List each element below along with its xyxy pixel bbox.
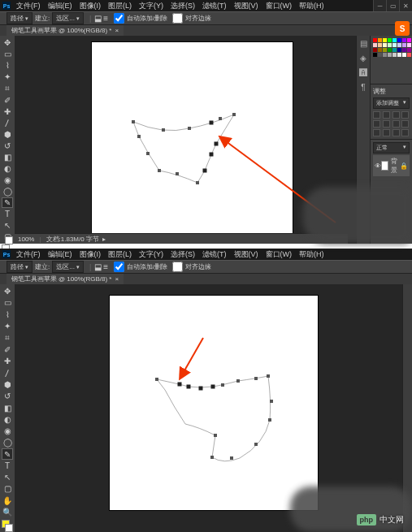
eyedrop-tool[interactable]: ✐	[2, 95, 13, 106]
maximize-button[interactable]: ▭	[386, 0, 399, 11]
adj-icon[interactable]	[373, 111, 380, 119]
swatch[interactable]	[407, 48, 411, 52]
blur-tool[interactable]: ◉	[2, 426, 13, 436]
swatches-panel[interactable]	[371, 36, 412, 84]
menu-file[interactable]: 文件(F)	[14, 0, 43, 12]
anchor-point[interactable]	[188, 127, 191, 130]
anchor-point[interactable]	[176, 172, 179, 175]
swatch[interactable]	[402, 48, 406, 52]
swatch[interactable]	[373, 43, 377, 47]
move-tool[interactable]: ✥	[2, 286, 13, 296]
swatch[interactable]	[407, 53, 411, 57]
swatch[interactable]	[383, 43, 387, 47]
adj-icon[interactable]	[392, 120, 400, 128]
swatch[interactable]	[407, 43, 411, 47]
swatch[interactable]	[392, 48, 397, 52]
type-tool[interactable]: T	[2, 461, 13, 471]
adj-icon[interactable]	[383, 111, 390, 119]
layer-row[interactable]: 👁 背景 🔒	[373, 155, 410, 176]
swatch[interactable]	[383, 53, 387, 57]
adj-icon[interactable]	[392, 129, 400, 136]
menu-filter[interactable]: 滤镜(T)	[200, 249, 229, 261]
document-tab[interactable]: 钢笔工具画苹果 @ 100%(RGB/8) * ×	[7, 274, 124, 284]
path-align-icon[interactable]: ≡	[103, 14, 108, 23]
swatch[interactable]	[407, 38, 411, 42]
anchor-point[interactable]	[230, 456, 233, 460]
anchor-point[interactable]	[270, 400, 273, 403]
menu-layer[interactable]: 图层(L)	[106, 0, 134, 12]
anchor-point[interactable]	[210, 456, 214, 459]
collapsed-panel-strip[interactable]: ▤ ◈ 🅰 ¶	[356, 36, 370, 244]
zoom-tool[interactable]: 🔍	[2, 507, 13, 517]
adj-icon[interactable]	[401, 120, 409, 128]
align-edge-checkbox[interactable]	[172, 262, 183, 272]
anchor-point[interactable]	[214, 434, 217, 437]
path-combine-icon[interactable]: ⬓	[94, 14, 102, 23]
path-align-icon[interactable]: ≡	[103, 262, 108, 271]
anchor-point[interactable]	[221, 383, 224, 387]
wand-tool[interactable]: ✦	[2, 321, 13, 331]
pen-tool[interactable]: ✎	[2, 197, 13, 208]
swatch[interactable]	[373, 53, 377, 57]
anchor-point[interactable]	[219, 117, 222, 120]
crop-tool[interactable]: ⌗	[2, 83, 13, 94]
anchor-point[interactable]	[132, 120, 135, 123]
path-select-tool[interactable]: ↖	[2, 220, 13, 231]
marquee-tool[interactable]: ▭	[2, 297, 13, 308]
document-tab[interactable]: 钢笔工具画苹果 @ 100%(RGB/8) * ×	[7, 25, 124, 36]
menu-select[interactable]: 选择(S)	[168, 249, 197, 261]
menu-image[interactable]: 图像(I)	[77, 0, 104, 12]
anchor-point[interactable]	[254, 443, 258, 446]
visibility-icon[interactable]: 👁	[375, 162, 381, 170]
anchor-point[interactable]	[211, 385, 215, 388]
bg-color[interactable]	[5, 524, 13, 532]
eyedrop-tool[interactable]: ✐	[2, 344, 13, 355]
swatch[interactable]	[397, 43, 401, 47]
auto-add-checkbox[interactable]	[114, 13, 124, 24]
minimize-button[interactable]: ─	[373, 0, 386, 11]
tab-close-icon[interactable]: ×	[115, 27, 119, 34]
swatch[interactable]	[383, 38, 387, 42]
anchor-point[interactable]	[155, 378, 158, 381]
swatch[interactable]	[397, 38, 401, 42]
swatch[interactable]	[378, 53, 382, 57]
anchor-point[interactable]	[210, 121, 213, 124]
swatch[interactable]	[378, 43, 382, 47]
selection-dropdown[interactable]: 选区...	[52, 12, 84, 24]
anchor-point[interactable]	[178, 383, 181, 386]
canvas[interactable]	[110, 296, 318, 510]
layers-panel[interactable]: 正常▾ 👁 背景 🔒	[371, 140, 412, 179]
collapsed-panel-strip[interactable]	[402, 284, 412, 532]
vector-path[interactable]	[157, 376, 271, 461]
menu-window[interactable]: 窗口(W)	[263, 249, 295, 261]
selection-dropdown[interactable]: 选区...	[52, 261, 84, 273]
menu-type[interactable]: 文字(Y)	[137, 249, 166, 261]
path-type-dropdown[interactable]: 路径	[7, 261, 33, 273]
anchor-point[interactable]	[268, 418, 271, 422]
panel-icon[interactable]: 🅰	[358, 68, 369, 80]
path-select-tool[interactable]: ↖	[2, 472, 13, 482]
swatch[interactable]	[378, 38, 382, 42]
hand-tool[interactable]: ✋	[2, 495, 13, 506]
panel-icon[interactable]: ◈	[358, 54, 369, 65]
anchor-point[interactable]	[196, 181, 199, 184]
marquee-tool[interactable]: ▭	[2, 49, 13, 59]
swatch[interactable]	[383, 48, 387, 52]
menu-view[interactable]: 视图(V)	[232, 249, 261, 261]
canvas[interactable]	[92, 42, 293, 239]
bg-color[interactable]	[5, 236, 13, 244]
menu-help[interactable]: 帮助(H)	[297, 249, 327, 261]
history-tool[interactable]: ↺	[2, 141, 13, 151]
blur-tool[interactable]: ◉	[2, 175, 13, 185]
adj-icon[interactable]	[373, 129, 380, 136]
swatch[interactable]	[402, 43, 406, 47]
anchor-point[interactable]	[254, 377, 258, 380]
swatch[interactable]	[392, 38, 397, 42]
lasso-tool[interactable]: ⌇	[2, 60, 13, 71]
canvas-area[interactable]	[15, 36, 370, 244]
adj-icon[interactable]	[373, 120, 380, 128]
panel-icon[interactable]: ¶	[358, 83, 369, 94]
menu-view[interactable]: 视图(V)	[232, 0, 261, 12]
swatch[interactable]	[392, 53, 397, 57]
type-tool[interactable]: T	[2, 209, 13, 219]
